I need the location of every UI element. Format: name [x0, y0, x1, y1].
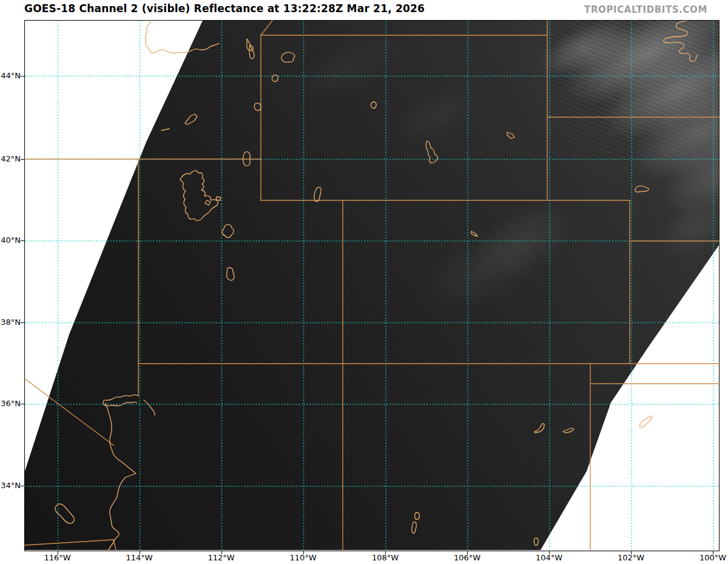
state-border-california-nevada-diagonal	[25, 379, 114, 446]
water-feature-gsl-island-2	[216, 197, 221, 200]
water-feature-great-salt-lake	[180, 171, 218, 220]
lat-tick-mark	[21, 322, 24, 323]
water-feature-idaho-lake-2	[272, 75, 278, 81]
water-feature-idaho-blob	[185, 114, 197, 124]
lat-tick-mark	[21, 486, 24, 486]
lon-tick-label: 104°W	[530, 554, 568, 562]
lon-tick-label: 106°W	[448, 554, 487, 562]
water-feature-elephant-butte-1	[415, 512, 420, 520]
lat-tick-label: 40°N	[0, 236, 21, 245]
lat-tick-label: 42°N	[0, 155, 21, 163]
lon-tick-mark	[303, 551, 304, 554]
water-feature-utah-lake	[222, 225, 234, 237]
lat-tick-mark	[21, 76, 24, 76]
lon-tick-label: 114°W	[120, 554, 159, 562]
lon-tick-mark	[385, 551, 386, 554]
water-feature-boysen-lake	[371, 102, 376, 109]
lon-tick-mark	[467, 551, 468, 554]
water-feature-lake-mead-tail	[144, 400, 155, 415]
lon-tick-label: 112°W	[202, 554, 241, 562]
lon-tick-mark	[713, 551, 713, 554]
lon-tick-mark	[58, 551, 58, 554]
water-feature-sevier-lake	[227, 268, 234, 280]
lon-tick-label: 116°W	[38, 554, 77, 562]
grid-and-borders	[25, 21, 719, 551]
water-feature-ute-lake-1	[534, 424, 544, 433]
water-feature-gsl-island-1	[205, 200, 211, 205]
lat-tick-label: 34°N	[0, 481, 21, 490]
lon-tick-label: 102°W	[612, 554, 650, 562]
water-feature-flaming-gorge	[314, 187, 322, 201]
lon-tick-label: 110°W	[284, 554, 323, 562]
lon-tick-label: 108°W	[366, 554, 405, 562]
lat-tick-label: 38°N	[0, 318, 21, 327]
figure-title: GOES-18 Channel 2 (visible) Reflectance …	[24, 2, 425, 15]
state-border-idaho-montana-spur	[261, 21, 272, 35]
water-feature-river-squiggle-2	[249, 45, 254, 59]
lat-tick-mark	[21, 240, 24, 241]
lat-tick-label: 44°N	[0, 72, 21, 80]
water-feature-salmon-river	[145, 21, 219, 53]
water-feature-lake-oahe	[664, 21, 698, 61]
water-feature-edge-lake	[534, 538, 538, 545]
water-feature-lake-meredith	[639, 416, 652, 427]
satellite-figure: GOES-18 Channel 2 (visible) Reflectance …	[0, 0, 728, 564]
lon-tick-mark	[140, 551, 140, 554]
water-feature-elephant-butte-2	[412, 522, 416, 534]
water-feature-border-curl	[254, 103, 261, 110]
lat-tick-mark	[21, 159, 24, 160]
map-plot	[24, 20, 720, 551]
water-feature-colorado-river	[106, 403, 136, 550]
water-feature-small-lake-41n	[471, 231, 477, 236]
state-border-mexico-border	[25, 540, 116, 550]
water-feature-glendo-lake	[507, 132, 514, 138]
lon-tick-mark	[549, 551, 550, 554]
lon-tick-mark	[631, 551, 632, 554]
watermark-text: TROPICALTIDBITS.COM	[584, 4, 707, 15]
lon-tick-label: 100°W	[693, 554, 728, 562]
water-feature-tiny-dash	[161, 129, 169, 131]
lon-tick-mark	[221, 551, 222, 554]
water-feature-lake-mcconaughy	[635, 186, 649, 192]
water-feature-idaho-lake-1	[281, 52, 295, 62]
lat-tick-mark	[21, 404, 24, 404]
water-feature-ute-lake-2	[563, 428, 574, 433]
lat-tick-label: 36°N	[0, 399, 21, 408]
